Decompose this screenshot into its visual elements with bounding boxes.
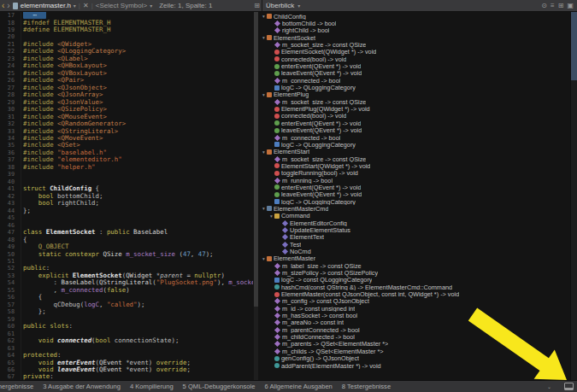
fold-marker-column[interactable] xyxy=(16,171,21,178)
code-line[interactable]: 50 static constexpr QSize m_socket_size … xyxy=(0,250,253,257)
forward-icon[interactable]: › xyxy=(7,2,9,10)
fold-marker-column[interactable] xyxy=(16,56,21,62)
fold-marker-column[interactable] xyxy=(16,33,21,40)
code-line[interactable]: 59 xyxy=(0,316,253,323)
fold-marker-column[interactable] xyxy=(16,99,21,106)
fold-marker-column[interactable] xyxy=(16,250,21,257)
code-line[interactable]: 58 }; xyxy=(0,308,253,315)
fold-marker-column[interactable] xyxy=(16,120,21,127)
code-line[interactable]: 44}; xyxy=(0,208,253,214)
fold-marker-column[interactable] xyxy=(16,26,21,33)
outline-item[interactable]: m_sizePolicy -> const QSizePolicy xyxy=(259,269,571,276)
output-panel-toggle-icon[interactable] xyxy=(564,383,574,390)
expand-arrow-icon[interactable]: ▾ xyxy=(261,149,267,155)
chevron-down-icon[interactable]: ▾ xyxy=(74,3,76,9)
code-line[interactable]: 33#include <QStringLiteral> xyxy=(0,128,253,135)
code-line[interactable]: 20 xyxy=(0,33,253,40)
symbol-selector[interactable]: <Select Symbol> xyxy=(96,2,147,9)
outline-item[interactable]: ElementEditorConfig xyxy=(259,219,571,226)
fold-marker-column[interactable] xyxy=(16,193,21,200)
code-line[interactable]: 35#include <QSet> xyxy=(0,142,253,149)
outline-scrollbar[interactable] xyxy=(570,12,577,381)
code-line[interactable]: 34#include <QMoveEvent> xyxy=(0,135,253,142)
outline-item[interactable]: ElementMaster(const QJsonObject, const i… xyxy=(259,290,571,297)
code-line[interactable]: 36#include "baselabel.h" xyxy=(0,149,253,156)
outline-item[interactable]: genConfig() -> QJsonObject xyxy=(259,355,571,362)
output-pane-tab[interactable]: 8 Testergebnisse xyxy=(342,383,391,390)
output-pane-tab[interactable]: 6 Allgemeine Ausgaben xyxy=(264,383,332,390)
fold-marker-column[interactable] xyxy=(16,70,21,77)
code-line[interactable]: 48{ xyxy=(0,237,253,243)
outline-item[interactable]: logC -> const QLoggingCategory xyxy=(259,277,571,284)
output-pane-tab[interactable]: 4 Kompilierung xyxy=(130,383,174,390)
code-line[interactable]: 42 bool bottomChild; xyxy=(0,193,253,200)
outline-item[interactable]: hashCmd(const QString &) -> ElementMaste… xyxy=(259,284,571,290)
outline-item[interactable]: ElementPlug(QWidget *) -> void xyxy=(259,105,571,112)
outline-item[interactable]: m_parentConnected -> bool xyxy=(259,326,571,333)
fold-marker-column[interactable] xyxy=(16,229,21,236)
fold-marker-column[interactable] xyxy=(16,323,21,330)
fold-marker-column[interactable] xyxy=(16,316,21,323)
outline-item[interactable]: enterEvent(QEvent *) -> void xyxy=(259,62,571,69)
fold-marker-column[interactable] xyxy=(16,142,21,149)
code-line[interactable]: 53 explicit ElementSocket(QWidget *paren… xyxy=(0,272,253,279)
outline-item[interactable]: toggleRunning(bool) -> void xyxy=(259,170,571,177)
expand-arrow-icon[interactable]: ▾ xyxy=(261,14,267,19)
expand-arrow-icon[interactable]: ▾ xyxy=(261,206,267,211)
outline-item[interactable]: Test xyxy=(259,241,571,248)
outline-item[interactable]: UpdateElementStatus xyxy=(259,226,571,233)
open-file-name[interactable]: elementmaster.h xyxy=(21,2,71,9)
expand-arrow-icon[interactable]: ▾ xyxy=(261,256,267,261)
outline-pane-title[interactable]: Überblick xyxy=(266,2,294,9)
fold-marker-column[interactable] xyxy=(16,308,21,315)
split-editor-icon[interactable]: ⊞ xyxy=(254,3,260,9)
expand-arrow-icon[interactable]: ▾ xyxy=(268,214,274,219)
fold-marker-column[interactable] xyxy=(16,294,21,301)
code-line[interactable]: 43 bool rightChild; xyxy=(0,200,253,207)
fold-marker-column[interactable] xyxy=(16,337,21,344)
outline-item[interactable]: enterEvent(QEvent *) -> void xyxy=(259,120,571,126)
code-line[interactable]: 49 Q_OBJECT xyxy=(0,243,253,250)
outline-item[interactable]: ▾ChildConfig xyxy=(259,13,571,20)
fold-marker-column[interactable] xyxy=(16,185,21,192)
code-line[interactable]: 27#include <QJsonObject> xyxy=(0,85,253,91)
outline-item[interactable]: addParent(ElementMaster *) -> void xyxy=(259,362,571,369)
outline-item[interactable]: ▾ElementMaster xyxy=(259,255,571,262)
outline-item[interactable]: ElementStart(QWidget *) -> void xyxy=(259,162,571,169)
fold-marker-column[interactable] xyxy=(16,301,21,308)
code-line[interactable]: 46 xyxy=(0,222,253,229)
split-icon[interactable]: ⊞ xyxy=(558,3,564,9)
fold-marker-column[interactable] xyxy=(16,222,21,229)
code-line[interactable]: 31#include <QMouseEvent> xyxy=(0,114,253,120)
outline-item[interactable]: connected(bool) -> void xyxy=(259,56,571,62)
fold-marker-column[interactable] xyxy=(16,106,21,113)
outline-item[interactable]: m_socket_size -> const QSize xyxy=(259,98,571,105)
close-document-icon[interactable]: ✕ xyxy=(83,3,89,9)
output-pane-tab[interactable]: 5 QML-Debuggerkonsole xyxy=(183,383,256,390)
code-line[interactable]: 45 xyxy=(0,214,253,221)
code-line[interactable]: 55 , m_connected(false) xyxy=(0,287,253,294)
code-line[interactable]: 66 void leaveEvent(QEvent *event) overri… xyxy=(0,366,253,373)
close-split-icon[interactable]: ▣ xyxy=(567,3,574,9)
outline-item[interactable]: m_config -> const QJsonObject xyxy=(259,298,571,305)
fold-marker-column[interactable] xyxy=(16,258,21,265)
outline-item[interactable]: leaveEvent(QEvent *) -> void xyxy=(259,127,571,134)
outline-item[interactable]: ElementSocket(QWidget *) -> void xyxy=(259,49,571,56)
outline-item[interactable]: bottomChild -> bool xyxy=(259,20,571,26)
outline-item[interactable]: logC -> QLoggingCategory xyxy=(259,141,571,148)
output-pane-tab[interactable]: 3 Ausgabe der Anwendung xyxy=(43,383,121,390)
fold-marker-column[interactable] xyxy=(16,12,21,19)
fold-marker-column[interactable] xyxy=(16,272,21,279)
outline-item[interactable]: m_childs -> QSet<ElementMaster *> xyxy=(259,348,571,354)
fold-marker-column[interactable] xyxy=(16,243,21,250)
outline-item[interactable]: ▾ElementMasterCmd xyxy=(259,205,571,212)
fold-marker-column[interactable] xyxy=(16,345,21,352)
fold-marker-column[interactable] xyxy=(16,91,21,98)
outline-item[interactable]: m_areaNo -> const int xyxy=(259,319,571,326)
outline-item[interactable]: ▾ElementStart xyxy=(259,149,571,155)
code-line[interactable]: 17 ⋯ xyxy=(0,12,253,19)
code-line[interactable]: 51 xyxy=(0,258,253,265)
fold-marker-column[interactable] xyxy=(16,48,21,55)
fold-marker-column[interactable] xyxy=(16,237,21,243)
code-line[interactable]: 63 xyxy=(0,345,253,352)
